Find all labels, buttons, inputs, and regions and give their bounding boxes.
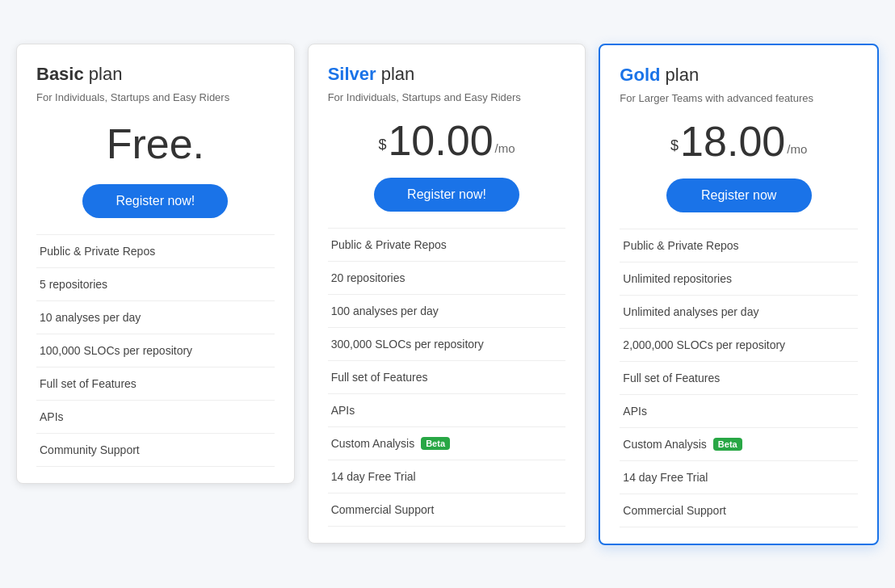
feature-item-basic-1: 5 repositories <box>36 268 275 301</box>
feature-item-basic-4: Full set of Features <box>36 368 275 401</box>
register-button-silver[interactable]: Register now! <box>374 178 519 212</box>
feature-text-gold-7: 14 day Free Trial <box>623 471 708 484</box>
plan-price-period-silver: /mo <box>495 141 515 155</box>
feature-item-basic-6: Community Support <box>36 434 275 467</box>
feature-item-gold-0: Public & Private Repos <box>620 229 858 262</box>
register-button-gold[interactable]: Register now <box>666 178 812 212</box>
plan-card-basic: Basic planFor Individuals, Startups and … <box>16 44 295 484</box>
feature-item-silver-2: 100 analyses per day <box>328 295 566 328</box>
plan-price-basic: Free. <box>36 120 275 168</box>
feature-list-basic: Public & Private Repos5 repositories10 a… <box>36 234 275 467</box>
feature-item-gold-2: Unlimited analyses per day <box>620 296 858 329</box>
feature-text-gold-8: Commercial Support <box>623 504 726 517</box>
feature-text-basic-2: 10 analyses per day <box>40 311 141 324</box>
beta-badge-gold-6: Beta <box>713 438 742 451</box>
plan-card-silver: Silver planFor Individuals, Startups and… <box>308 44 586 544</box>
feature-item-gold-6: Custom AnalysisBeta <box>620 428 858 461</box>
feature-item-silver-5: APIs <box>328 394 566 427</box>
feature-text-gold-3: 2,000,000 SLOCs per repository <box>623 338 785 351</box>
register-button-basic[interactable]: Register now! <box>82 184 228 218</box>
feature-item-gold-7: 14 day Free Trial <box>620 461 858 494</box>
feature-item-gold-1: Unlimited repositories <box>620 262 858 296</box>
plan-name-silver: Silver <box>328 64 376 84</box>
feature-text-silver-1: 20 repositories <box>331 271 405 284</box>
feature-text-gold-4: Full set of Features <box>623 372 720 384</box>
plan-subtitle-gold: For Larger Teams with advanced features <box>620 92 858 104</box>
plan-title-silver: Silver plan <box>328 64 566 85</box>
feature-item-silver-1: 20 repositories <box>328 262 566 295</box>
plan-price-gold: $18.00/mo <box>620 120 858 162</box>
feature-item-gold-4: Full set of Features <box>620 362 858 395</box>
feature-text-gold-1: Unlimited repositories <box>623 272 732 285</box>
plan-price-amount-silver: 10.00 <box>388 120 493 162</box>
feature-item-gold-3: 2,000,000 SLOCs per repository <box>620 329 858 362</box>
plan-title-gold: Gold plan <box>620 65 858 86</box>
feature-text-basic-0: Public & Private Repos <box>40 245 155 258</box>
plan-price-amount-gold: 18.00 <box>680 120 785 162</box>
feature-text-basic-1: 5 repositories <box>40 278 107 291</box>
plan-subtitle-basic: For Individuals, Startups and Easy Rider… <box>36 91 275 103</box>
feature-text-gold-2: Unlimited analyses per day <box>623 305 758 318</box>
plan-subtitle-silver: For Individuals, Startups and Easy Rider… <box>328 91 566 103</box>
feature-text-silver-2: 100 analyses per day <box>331 304 439 317</box>
feature-text-gold-0: Public & Private Repos <box>623 239 738 252</box>
feature-item-silver-7: 14 day Free Trial <box>328 460 566 494</box>
plan-name-gold: Gold <box>620 65 660 85</box>
feature-text-gold-6: Custom Analysis <box>623 438 706 451</box>
plan-card-gold: Gold planFor Larger Teams with advanced … <box>599 44 879 545</box>
feature-item-gold-5: APIs <box>620 395 858 428</box>
beta-badge-silver-6: Beta <box>421 437 450 450</box>
plan-price-silver: $10.00/mo <box>328 120 566 162</box>
feature-list-gold: Public & Private ReposUnlimited reposito… <box>620 229 858 527</box>
plan-title-basic: Basic plan <box>36 64 275 85</box>
pricing-container: Basic planFor Individuals, Startups and … <box>16 44 879 545</box>
feature-item-silver-8: Commercial Support <box>328 494 566 527</box>
feature-text-silver-8: Commercial Support <box>331 503 435 516</box>
plan-price-period-gold: /mo <box>787 142 807 156</box>
feature-text-basic-6: Community Support <box>40 443 140 456</box>
plan-price-dollar-gold: $ <box>670 137 679 154</box>
feature-item-basic-3: 100,000 SLOCs per repository <box>36 334 275 368</box>
feature-item-gold-8: Commercial Support <box>620 494 858 527</box>
feature-text-basic-5: APIs <box>40 410 64 423</box>
feature-text-silver-5: APIs <box>331 404 355 417</box>
feature-text-basic-4: Full set of Features <box>40 377 137 390</box>
plan-price-dollar-silver: $ <box>378 136 386 153</box>
feature-item-silver-0: Public & Private Repos <box>328 229 566 262</box>
plan-price-free-basic: Free. <box>107 120 204 168</box>
feature-item-silver-6: Custom AnalysisBeta <box>328 427 566 460</box>
feature-item-silver-4: Full set of Features <box>328 361 566 394</box>
feature-item-basic-0: Public & Private Repos <box>36 235 275 268</box>
feature-text-silver-6: Custom Analysis <box>331 437 414 450</box>
feature-text-silver-3: 300,000 SLOCs per repository <box>331 338 484 351</box>
feature-text-gold-5: APIs <box>623 405 647 418</box>
feature-list-silver: Public & Private Repos20 repositories100… <box>328 228 566 527</box>
feature-item-basic-5: APIs <box>36 401 275 434</box>
feature-text-basic-3: 100,000 SLOCs per repository <box>40 344 192 357</box>
plan-name-basic: Basic <box>36 64 84 84</box>
feature-item-silver-3: 300,000 SLOCs per repository <box>328 328 566 361</box>
feature-item-basic-2: 10 analyses per day <box>36 301 275 334</box>
feature-text-silver-4: Full set of Features <box>331 371 428 384</box>
feature-text-silver-7: 14 day Free Trial <box>331 470 416 483</box>
feature-text-silver-0: Public & Private Repos <box>331 238 447 251</box>
